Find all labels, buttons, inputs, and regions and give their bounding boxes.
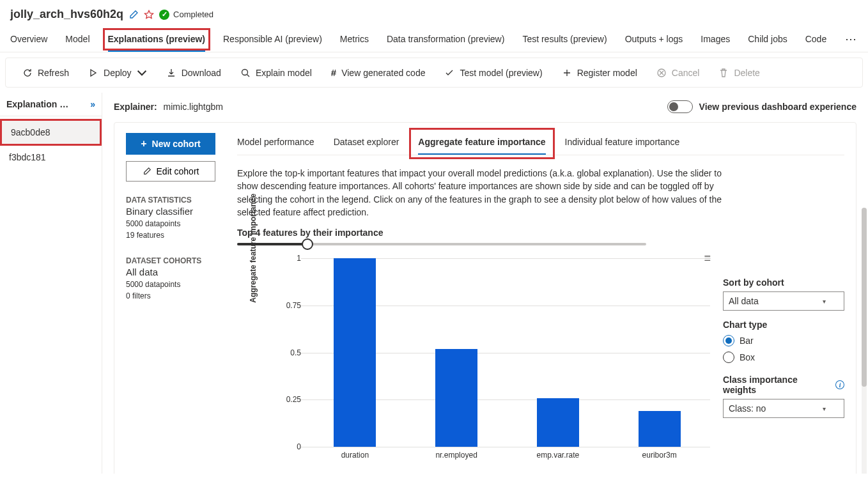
top-tabs: OverviewModelExplanations (preview)Respo…: [0, 26, 868, 52]
cohort-datapoints: 5000 datapoints: [126, 280, 222, 289]
download-label: Download: [182, 68, 221, 78]
dataset-cohorts-heading: DATASET COHORTS: [126, 256, 222, 265]
status-badge: ✓ Completed: [159, 10, 213, 20]
slider-label: Top 4 features by their importance: [237, 228, 844, 238]
x-tick: duration: [316, 451, 393, 460]
description-text: Explore the top-k important features tha…: [237, 167, 723, 219]
x-tick: euribor3m: [621, 451, 698, 460]
chart-type-label: Chart type: [723, 320, 844, 330]
cohort-filters: 0 filters: [126, 291, 222, 300]
info-icon[interactable]: i: [835, 380, 844, 389]
new-cohort-label: New cohort: [152, 139, 201, 149]
main-area: Explanation … » 9acb0de8f3bdc181 Explain…: [0, 93, 868, 474]
class-weights-value: Class: no: [729, 403, 766, 414]
delete-label: Delete: [734, 68, 759, 78]
bar-euribor3m[interactable]: [639, 411, 681, 447]
svg-point-0: [242, 69, 247, 75]
pencil-icon: [143, 167, 151, 176]
dashboard-tabs: Model performanceDataset explorerAggrega…: [237, 133, 844, 155]
vertical-scrollbar[interactable]: [862, 208, 867, 474]
chart-plot[interactable]: 00.250.50.751durationnr.employedemp.var.…: [282, 258, 710, 447]
chart-type-radio-group: BarBox: [723, 335, 844, 363]
view-code-button[interactable]: # View generated code: [330, 65, 427, 81]
content-area: Explainer: mimic.lightgbm View previous …: [102, 93, 868, 474]
radio-icon: [723, 352, 734, 363]
class-weights-select[interactable]: Class: no ▾: [723, 399, 844, 418]
top-k-slider[interactable]: [237, 243, 844, 245]
chart-row: ≡ Aggregate feature importance 00.250.50…: [237, 252, 844, 463]
refresh-label: Refresh: [38, 68, 69, 78]
explain-label: Explain model: [256, 68, 312, 78]
dashboard-card: + New cohort Edit cohort DATA STATISTICS…: [114, 122, 856, 474]
tab-responsible-ai-preview[interactable]: Responsible AI (preview): [223, 26, 322, 52]
tab-child-jobs[interactable]: Child jobs: [748, 26, 787, 52]
slider-thumb[interactable]: [302, 238, 313, 250]
page-title: jolly_arch_hvs60h2q: [10, 8, 123, 21]
edit-cohort-button[interactable]: Edit cohort: [126, 161, 215, 182]
test-model-label: Test model (preview): [460, 68, 542, 78]
explainer-value: mimic.lightgbm: [164, 102, 223, 112]
chevron-down-icon: [137, 68, 147, 78]
sort-by-cohort-label: Sort by cohort: [723, 277, 844, 288]
cohort-panel: + New cohort Edit cohort DATA STATISTICS…: [126, 133, 222, 463]
cancel-label: Cancel: [672, 68, 700, 78]
status-text: Completed: [173, 10, 213, 19]
download-button[interactable]: Download: [165, 65, 222, 81]
feature-importance-chart: ≡ Aggregate feature importance 00.250.50…: [237, 252, 710, 463]
dashboard-tab-aggregate-feature-importance[interactable]: Aggregate feature importance: [418, 133, 545, 155]
register-label: Register model: [577, 68, 637, 78]
edit-cohort-label: Edit cohort: [157, 166, 199, 176]
y-axis-label: Aggregate feature importance: [249, 194, 258, 303]
register-model-button[interactable]: Register model: [561, 65, 639, 81]
dashboard-tab-individual-feature-importance[interactable]: Individual feature importance: [565, 133, 680, 155]
tab-model[interactable]: Model: [65, 26, 89, 52]
new-cohort-button[interactable]: + New cohort: [126, 133, 215, 155]
tab-data-transformation-preview[interactable]: Data transformation (preview): [387, 26, 504, 52]
delete-button: Delete: [717, 65, 761, 81]
explanation-item[interactable]: f3bdc181: [0, 146, 102, 169]
tab-test-results-preview[interactable]: Test results (preview): [522, 26, 607, 52]
explanation-item[interactable]: 9acb0de8: [0, 119, 102, 146]
explanation-list: 9acb0de8f3bdc181: [0, 116, 102, 171]
tab-overview[interactable]: Overview: [10, 26, 47, 52]
features-count: 19 features: [126, 231, 222, 240]
chart-type-radio-bar[interactable]: Bar: [723, 335, 844, 346]
tab-outputs-logs[interactable]: Outputs + logs: [625, 26, 683, 52]
check-icon: ✓: [159, 10, 169, 20]
toolbar: Refresh Deploy Download Explain model # …: [5, 58, 863, 88]
sort-by-cohort-select[interactable]: All data ▾: [723, 291, 844, 311]
chart-type-radio-box[interactable]: Box: [723, 352, 844, 363]
sidebar-header: Explanation … »: [0, 93, 102, 116]
view-code-label: View generated code: [341, 68, 425, 78]
dashboard-tab-model-performance[interactable]: Model performance: [237, 133, 314, 155]
edit-title-icon[interactable]: [128, 10, 139, 20]
tab-metrics[interactable]: Metrics: [340, 26, 369, 52]
chevron-down-icon: ▾: [823, 405, 826, 412]
expand-icon[interactable]: »: [90, 99, 95, 109]
refresh-button[interactable]: Refresh: [21, 65, 70, 81]
data-statistics-heading: DATA STATISTICS: [126, 196, 222, 205]
test-model-button[interactable]: Test model (preview): [443, 65, 543, 81]
more-tabs-icon[interactable]: ⋯: [845, 32, 858, 46]
x-tick: emp.var.rate: [520, 451, 596, 460]
explain-model-button[interactable]: Explain model: [239, 65, 313, 81]
cohort-name: All data: [126, 267, 222, 277]
chart-controls: Sort by cohort All data ▾ Chart type Bar…: [723, 252, 844, 418]
bar-nr.employed[interactable]: [435, 349, 477, 447]
star-icon[interactable]: [144, 10, 154, 20]
radio-label: Box: [740, 352, 755, 362]
previous-dashboard-toggle[interactable]: [667, 100, 693, 113]
tab-images[interactable]: Images: [701, 26, 730, 52]
cancel-button: Cancel: [655, 65, 701, 81]
tab-code[interactable]: Code: [805, 26, 826, 52]
page-header: jolly_arch_hvs60h2q ✓ Completed: [0, 0, 868, 26]
explainer-label: Explainer:: [114, 102, 157, 112]
bar-emp.var.rate[interactable]: [537, 398, 579, 447]
radio-label: Bar: [740, 336, 754, 346]
bar-duration[interactable]: [334, 258, 376, 447]
tab-explanations-preview[interactable]: Explanations (preview): [108, 26, 205, 52]
y-tick: 1: [282, 254, 301, 263]
deploy-button[interactable]: Deploy: [87, 65, 148, 81]
dashboard-tab-dataset-explorer[interactable]: Dataset explorer: [334, 133, 399, 155]
deploy-label: Deploy: [104, 68, 132, 78]
